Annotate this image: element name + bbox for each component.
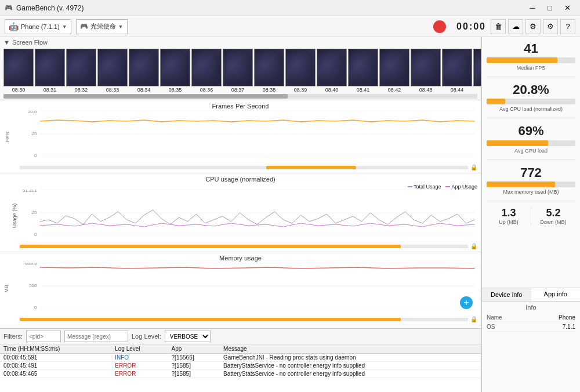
screen-thumb-3[interactable]: 08:33: [97, 49, 128, 93]
device-info-tab[interactable]: Device info: [482, 288, 531, 301]
screen-thumb-1[interactable]: 08:31: [35, 49, 65, 93]
screen-thumb-6[interactable]: 08:36: [191, 49, 222, 93]
fps-label: Median FPS: [487, 65, 575, 71]
memory-chart-container: Memory usage MB + 839.3 500 0 08:13: [0, 252, 481, 325]
screen-thumb-12[interactable]: 08:42: [379, 49, 409, 93]
fps-chart-title: Frames Per Second: [3, 103, 477, 110]
screen-thumb-5[interactable]: 08:35: [160, 49, 190, 93]
main-layout: ▼ Screen Flow 08:3008:3108:3208:3308:340…: [0, 37, 580, 392]
cpu-legend: Total Usage App Usage: [3, 184, 477, 190]
fps-lock-icon[interactable]: 🔒: [470, 164, 477, 170]
fps-chart-container: Frames Per Second FPS 50.6 25 0: [0, 100, 481, 173]
title: GameBench (v. 4972): [16, 4, 524, 12]
pid-filter-input[interactable]: [26, 331, 61, 342]
screen-thumb-14[interactable]: 08:44: [442, 49, 472, 93]
log-app: ?[1585]: [168, 362, 220, 370]
memory-scrollbar-row: 🔒: [3, 316, 477, 322]
memory-lock-icon[interactable]: 🔒: [470, 316, 477, 322]
cpu-total-label: Total Usage: [414, 184, 441, 190]
screen-thumb-7[interactable]: 08:37: [223, 49, 253, 93]
android-icon: 🤖: [9, 22, 19, 31]
help-button[interactable]: ?: [560, 19, 575, 34]
log-app: ?[15566]: [168, 354, 220, 362]
titlebar: 🎮 GameBench (v. 4972) ─ □ ✕: [0, 0, 580, 16]
screen-thumb-11[interactable]: 08:41: [348, 49, 378, 93]
flow-scrollbar-thumb: [3, 94, 288, 99]
screen-thumb-10[interactable]: 08:40: [317, 49, 347, 93]
share-button[interactable]: ⚙: [543, 19, 558, 34]
right-panel: 41 Median FPS 20.8% Avg CPU load (normal…: [481, 37, 580, 392]
screen-thumb-15[interactable]: 08:45: [473, 49, 481, 93]
svg-text:0: 0: [34, 153, 37, 157]
screen-flow-section: ▼ Screen Flow 08:3008:3108:3208:3308:340…: [0, 37, 481, 100]
close-button[interactable]: ✕: [559, 2, 575, 14]
upload-button[interactable]: ☁: [508, 19, 523, 34]
cpu-chart-container: CPU usage (normalized) Total Usage App U…: [0, 173, 481, 252]
log-row-1[interactable]: 00:08:45:491 ERROR ?[1585] BatteryStatsS…: [0, 362, 481, 370]
add-metric-button[interactable]: +: [460, 296, 473, 309]
down-value: 5.2: [531, 207, 575, 219]
log-area: Filters: Log Level: VERBOSE DEBUG INFO W…: [0, 328, 481, 392]
right-bottom-panel: Device info App info Info NamePhoneOS7.1…: [482, 288, 580, 392]
down-metric: 5.2 Down (MB): [531, 207, 575, 225]
gpu-value: 69%: [487, 124, 575, 138]
app-icon: 🎮: [5, 4, 13, 12]
cpu-label: Avg CPU load (normalized): [487, 106, 575, 112]
divider-2: [487, 118, 575, 118]
svg-text:839.3: 839.3: [25, 263, 37, 266]
log-filters: Filters: Log Level: VERBOSE DEBUG INFO W…: [0, 329, 481, 344]
log-level-label: Log Level:: [132, 333, 161, 340]
info-val: Phone: [559, 314, 575, 321]
info-key: OS: [487, 324, 495, 330]
log-level: INFO: [111, 354, 168, 362]
memory-scrollbar[interactable]: [20, 318, 468, 321]
svg-text:25: 25: [32, 210, 37, 215]
fps-scrollbar[interactable]: [20, 166, 468, 169]
cpu-bar-bg: [487, 99, 575, 104]
fps-chart-area: FPS 50.6 25 0 08:14 08:16: [3, 111, 477, 163]
up-value: 1.3: [487, 207, 531, 219]
fps-chart-svg: 50.6 25 0 08:14 08:16 08:18 08:20 08:22 …: [20, 111, 477, 157]
cpu-yaxis-label: Usage (%): [12, 204, 17, 228]
log-table: Time (HH:MM:SS:ms) Log Level App Message…: [0, 344, 481, 378]
screen-thumb-4[interactable]: 08:34: [129, 49, 159, 93]
app-info-tab[interactable]: App info: [531, 288, 581, 301]
message-filter-input[interactable]: [64, 331, 128, 342]
record-button[interactable]: [433, 20, 446, 33]
info-key: Name: [487, 314, 502, 321]
log-scroll[interactable]: Time (HH:MM:SS:ms) Log Level App Message…: [0, 344, 481, 387]
screen-flow-strip[interactable]: 08:3008:3108:3208:3308:3408:3508:3608:37…: [0, 48, 481, 93]
flow-scrollbar[interactable]: [3, 94, 477, 99]
cpu-lock-icon[interactable]: 🔒: [470, 243, 477, 249]
minimize-button[interactable]: ─: [524, 2, 541, 14]
device-label: Phone (7.1.1): [21, 23, 60, 30]
up-metric: 1.3 Up (MB): [487, 207, 531, 225]
screen-thumb-9[interactable]: 08:39: [285, 49, 316, 93]
log-level-select[interactable]: VERBOSE DEBUG INFO WARN ERROR: [165, 331, 211, 342]
settings-button[interactable]: ⚙: [525, 19, 541, 34]
divider-4: [487, 201, 575, 201]
info-tabs: Device info App info: [482, 288, 580, 302]
svg-text:500: 500: [29, 283, 37, 288]
app-selector[interactable]: 🎮 光荣使命 ▼: [76, 19, 128, 34]
log-row-0[interactable]: 00:08:45:591 INFO ?[15566] GameBenchJNI …: [0, 354, 481, 362]
maximize-button[interactable]: □: [542, 2, 558, 14]
svg-text:0: 0: [34, 232, 37, 236]
cpu-scrollbar[interactable]: [20, 245, 468, 248]
log-app: ?[1585]: [168, 370, 220, 378]
collapse-icon[interactable]: ▼: [3, 39, 10, 46]
log-row-2[interactable]: 00:08:45:465 ERROR ?[1585] BatteryStatsS…: [0, 370, 481, 378]
delete-button[interactable]: 🗑: [491, 19, 506, 34]
screen-thumb-0[interactable]: 08:30: [3, 49, 34, 93]
screen-thumb-8[interactable]: 08:38: [254, 49, 284, 93]
log-col-message: Message: [220, 344, 481, 354]
screen-flow-title: Screen Flow: [12, 39, 48, 46]
memory-label: Max memory used (MB): [487, 189, 575, 195]
metrics-panel: 41 Median FPS 20.8% Avg CPU load (normal…: [482, 37, 580, 288]
log-level: ERROR: [111, 362, 168, 370]
screen-thumb-2[interactable]: 08:32: [66, 49, 96, 93]
screen-thumb-13[interactable]: 08:43: [411, 49, 441, 93]
memory-chart-svg: 839.3 500 0 08:13 08:15 08:17 08:19 08:2…: [20, 263, 477, 309]
charts-area[interactable]: Frames Per Second FPS 50.6 25 0: [0, 100, 481, 328]
device-selector[interactable]: 🤖 Phone (7.1.1) ▼: [5, 19, 71, 34]
